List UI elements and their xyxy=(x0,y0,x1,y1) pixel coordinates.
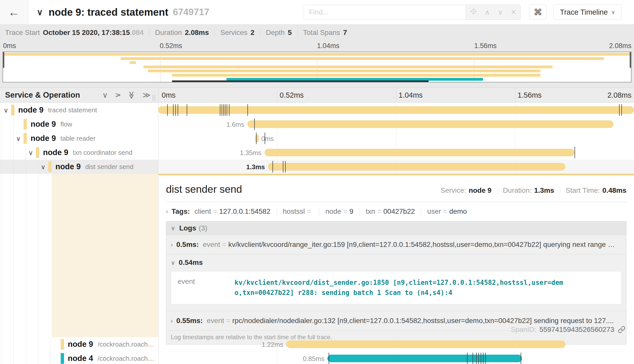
prev-result-icon[interactable]: ∧ xyxy=(485,8,490,16)
back-button[interactable]: ← xyxy=(0,0,28,24)
service-name: node 9 xyxy=(31,120,56,129)
span-tree-cell[interactable]: ∨ node 9traced statement xyxy=(0,103,158,117)
log-row-header[interactable]: ∨ 0.54ms xyxy=(171,259,622,267)
column-resizer[interactable] xyxy=(153,95,155,101)
chevron-right-icon[interactable]: › xyxy=(166,208,168,215)
summary-label: Duration xyxy=(155,29,182,37)
log-row-expanded: ∨ 0.54ms event kv/kvclient/kvcoord/dist_… xyxy=(166,254,626,311)
span-bar[interactable] xyxy=(327,355,522,362)
chevron-down-icon[interactable]: ∨ xyxy=(37,7,43,17)
span-bar-cell[interactable] xyxy=(158,103,634,117)
chevron-right-icon: › xyxy=(171,317,173,325)
span-bar-cell[interactable]: 1.22ms xyxy=(158,337,634,351)
minimap-left-scrubber[interactable] xyxy=(3,52,4,68)
span-bar-cell[interactable]: 1.35ms xyxy=(158,145,634,160)
span-tree-cell[interactable]: ∨ node 9table reader xyxy=(0,131,158,145)
span-bar-cell[interactable]: 1.6ms xyxy=(158,117,634,131)
minimap-right-scrubber[interactable] xyxy=(630,52,631,68)
chevron-down-icon: ∨ xyxy=(611,9,615,15)
summary-label: Services xyxy=(220,29,247,37)
tag-chip: user=demo xyxy=(427,207,467,216)
span-tree-cell[interactable]: ∨ node 9txn coordinator send xyxy=(0,145,158,160)
span-tree-cell[interactable]: ∨ node 9/cockroach.roachpb.I… xyxy=(0,337,158,351)
find-input[interactable] xyxy=(304,5,466,19)
timeline-header-ruler: 0ms 0.52ms 1.04ms 1.56ms 2.08ms xyxy=(158,88,634,102)
logs-header[interactable]: ∨ Logs (3) xyxy=(166,222,626,235)
locate-icon[interactable] xyxy=(470,8,477,17)
view-selector-label: Trace Timeline xyxy=(560,8,608,16)
span-row[interactable]: ∨ node 9txn coordinator send 1.35ms xyxy=(0,145,634,160)
service-color-bar xyxy=(24,119,27,130)
trace-summary-bar: Trace Start October 15 2020, 17:38:15.08… xyxy=(0,25,634,40)
span-row-selected[interactable]: ∨ node 9dist sender send 1.3ms xyxy=(0,160,634,174)
span-detail-panel: dist sender send Service: node 9 Duratio… xyxy=(158,174,634,337)
chevron-down-icon[interactable]: ∨ xyxy=(4,106,8,114)
summary-value: October 15 2020, 17:38:15 xyxy=(43,29,130,37)
trace-id: 6749717 xyxy=(173,7,209,17)
duration-label: 1.6ms xyxy=(226,121,244,129)
span-detail-title: dist sender send xyxy=(166,183,242,195)
copy-link-icon[interactable] xyxy=(618,326,625,333)
expand-all-icon[interactable]: ≫ xyxy=(143,91,151,99)
log-field-value: kv/kvclient/kvcoord/dist_sender.go:1850 … xyxy=(235,277,566,298)
tag-chip: txn=00427b22 xyxy=(366,207,415,216)
collapse-all-icon[interactable]: ≫ xyxy=(128,91,135,99)
summary-value: 7 xyxy=(343,29,347,37)
chevron-down-icon[interactable]: ∨ xyxy=(28,149,33,157)
ruler-tick: 1.56ms xyxy=(518,91,542,99)
duration-label: 0ms xyxy=(261,135,274,143)
span-id-value: 5597415943526560273 xyxy=(539,326,614,334)
tag-chip: client=127.0.0.1:54582 xyxy=(195,207,270,216)
keyboard-shortcuts-button[interactable]: ⌘ xyxy=(529,5,546,20)
minimap-ticks: 0ms 0.52ms 1.04ms 1.56ms 2.08ms xyxy=(3,42,631,51)
span-bar-cell[interactable]: 0.85ms xyxy=(158,351,634,364)
span-bar-cell[interactable]: 1.3ms xyxy=(158,160,634,174)
span-row[interactable]: ∨ node 4/cockroach.roachpb.I… 0.85ms xyxy=(0,351,634,364)
duration-label: 1.35ms xyxy=(240,149,261,157)
chevron-down-icon[interactable]: ∨ xyxy=(16,135,21,143)
clear-search-icon[interactable]: ✕ xyxy=(511,8,516,16)
top-header: ← ∨ node 9: traced statement 6749717 ∧ ∨… xyxy=(0,0,634,25)
span-bar[interactable] xyxy=(265,149,575,156)
summary-label: Trace Start xyxy=(5,29,40,37)
expand-one-icon[interactable]: ∨ xyxy=(114,92,121,98)
collapse-one-icon[interactable]: ∨ xyxy=(102,91,108,99)
service-name: node 9 xyxy=(31,134,56,143)
view-selector-button[interactable]: Trace Timeline ∨ xyxy=(554,5,621,20)
service-name: node 9 xyxy=(18,105,44,115)
span-id-label: SpanID: xyxy=(511,326,536,334)
find-tools: ∧ ∨ ✕ xyxy=(466,5,521,20)
tags-row[interactable]: › Tags: client=127.0.0.1:54582 hostssl= … xyxy=(166,207,626,216)
minimap-canvas[interactable] xyxy=(3,52,631,82)
span-row[interactable]: ∨ node 9flow 1.6ms xyxy=(0,117,634,131)
log-field-key: event xyxy=(178,277,235,298)
minimap-tick: 0ms xyxy=(3,42,16,50)
span-bar[interactable] xyxy=(247,120,614,128)
column-divider xyxy=(158,88,158,364)
chevron-down-icon[interactable]: ∨ xyxy=(41,163,46,171)
duration-label: 1.22ms xyxy=(262,341,283,349)
span-bar[interactable] xyxy=(286,340,565,348)
service-color-bar xyxy=(24,133,27,144)
span-bar[interactable] xyxy=(268,163,565,170)
span-row[interactable]: ∨ node 9table reader 0ms xyxy=(0,131,634,145)
span-row[interactable]: ∨ node 9traced statement xyxy=(0,103,634,117)
span-tree-cell[interactable]: ∨ node 4/cockroach.roachpb.I… xyxy=(0,351,158,364)
span-bar-cell[interactable]: 0ms xyxy=(158,131,634,145)
logs-count: (3) xyxy=(199,224,207,232)
span-row[interactable]: ∨ node 9/cockroach.roachpb.I… 1.22ms xyxy=(0,337,634,351)
log-row[interactable]: › 0.5ms: event=kv/kvclient/kvcoord/range… xyxy=(166,235,626,254)
service-name: node 4 xyxy=(68,354,93,363)
detail-meta-label: Start Time: xyxy=(566,186,600,195)
service-color-bar xyxy=(61,339,64,350)
operation-name: flow xyxy=(60,120,72,128)
minimap-viewport-bar[interactable] xyxy=(172,80,429,82)
service-color-bar xyxy=(48,161,52,172)
chevron-down-icon: ∨ xyxy=(171,259,175,266)
chevron-down-icon: ∨ xyxy=(171,225,175,232)
summary-label: Total Spans xyxy=(303,29,340,37)
next-result-icon[interactable]: ∨ xyxy=(498,8,503,16)
selected-span-color-band xyxy=(48,174,52,337)
span-tree-cell[interactable]: ∨ node 9flow xyxy=(0,117,158,131)
span-tree-cell[interactable]: ∨ node 9dist sender send xyxy=(0,160,158,174)
